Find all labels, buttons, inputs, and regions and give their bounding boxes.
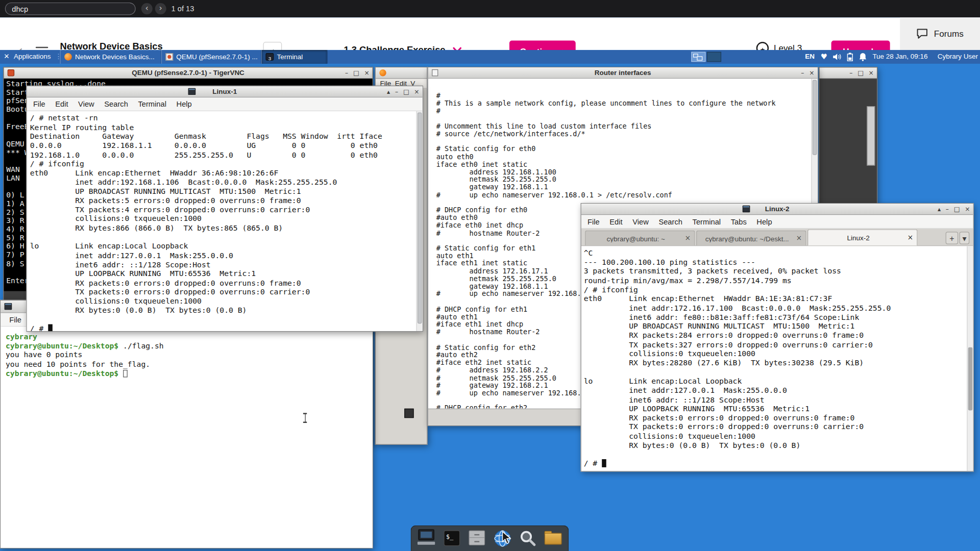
- maximize-button[interactable]: □: [954, 206, 960, 212]
- minimize-button[interactable]: –: [395, 88, 398, 95]
- menu-terminal[interactable]: Terminal: [138, 99, 166, 108]
- close-button[interactable]: ×: [809, 69, 814, 76]
- chat-icon: [916, 28, 928, 39]
- forums-button[interactable]: Forums: [900, 17, 980, 50]
- bell-icon[interactable]: [859, 53, 867, 61]
- menu-file[interactable]: File: [587, 217, 600, 226]
- menu-edit[interactable]: Edit: [55, 99, 68, 108]
- clock: Tue 28 Jan, 09:16: [872, 53, 927, 60]
- linux2-terminal-content[interactable]: ^C --- 100.200.100.10 ping statistics --…: [581, 246, 973, 471]
- linux1-terminal-content[interactable]: / # netstat -rn Kernel IP routing table …: [27, 111, 423, 331]
- tab-linux2[interactable]: Linux-2 ×: [807, 229, 918, 245]
- terminal-cursor: [48, 324, 53, 331]
- tab-list-dropdown[interactable]: ▾: [960, 232, 970, 244]
- maximize-button[interactable]: □: [857, 69, 864, 76]
- taskbar-window-qemu[interactable]: QEMU (pfSense2.7.0-1) ...: [161, 50, 261, 64]
- linux2-scrollbar[interactable]: [967, 246, 973, 471]
- terminal-line: you need 10 points for the_flag.: [1, 360, 373, 369]
- scrollbar-thumb[interactable]: [418, 112, 422, 323]
- workspace-1[interactable]: [691, 52, 705, 62]
- close-button[interactable]: ×: [364, 69, 369, 76]
- fragment-titlebar[interactable]: – □ ×: [819, 67, 877, 79]
- linux1-titlebar[interactable]: Linux-1 ▴ – □ ×: [27, 86, 423, 97]
- window-title: Linux-1: [27, 86, 423, 97]
- minimize-button[interactable]: –: [801, 69, 804, 76]
- terminal-cursor: [602, 459, 606, 467]
- language-indicator[interactable]: EN: [805, 53, 815, 60]
- dock-icon-shell-prompt[interactable]: $_: [442, 527, 461, 549]
- linux1-terminal-text: / # netstat -rn Kernel IP routing table …: [27, 111, 423, 331]
- taskbar-window-terminal[interactable]: 3 Terminal: [261, 50, 328, 64]
- menu-help[interactable]: Help: [756, 217, 772, 226]
- close-button[interactable]: ×: [965, 206, 970, 212]
- search-pill[interactable]: [5, 3, 136, 15]
- close-icon[interactable]: ×: [908, 234, 913, 242]
- qemu-vnc-titlebar[interactable]: QEMU (pfSense2.7.0-1) - TigerVNC – □ ×: [4, 67, 372, 79]
- tab-cybrary-desktop[interactable]: cybrary@ubuntu: ~/Deskt... ×: [696, 231, 806, 245]
- terminal-icon: [743, 206, 750, 212]
- menu-edit[interactable]: Edit: [609, 217, 622, 226]
- menu-view[interactable]: View: [632, 217, 649, 226]
- search-input[interactable]: [6, 4, 135, 15]
- close-icon[interactable]: ×: [796, 234, 802, 242]
- fragment-scrollbar[interactable]: [867, 106, 875, 165]
- mouse-cursor: [502, 531, 512, 545]
- dock: $_: [410, 525, 569, 551]
- terminal-icon: 3: [265, 53, 274, 61]
- firefox-icon: [64, 53, 72, 61]
- menu-help[interactable]: Help: [177, 99, 192, 108]
- browser-topbar: ‹ › 1 of 13: [0, 0, 980, 17]
- linux2-window[interactable]: Linux-2 ▴ – □ × File Edit View Search Te…: [581, 203, 974, 472]
- dock-icon-magnifier[interactable]: [518, 527, 538, 549]
- router-titlebar[interactable]: Router interfaces – ×: [428, 67, 818, 79]
- maximize-button[interactable]: □: [353, 69, 359, 76]
- terminal-count-badge: 3: [268, 56, 271, 61]
- shade-button[interactable]: ▴: [938, 206, 941, 212]
- menu-tabs[interactable]: Tabs: [731, 217, 747, 226]
- heart-icon[interactable]: ♥: [821, 53, 827, 61]
- text-cursor: [302, 413, 308, 423]
- host-terminal-window[interactable]: File cybrary cybrary@ubuntu:~/Desktop$ .…: [0, 300, 373, 548]
- host-terminal-content[interactable]: cybrary cybrary@ubuntu:~/Desktop$ ./flag…: [1, 327, 373, 547]
- battery-icon[interactable]: [847, 53, 853, 61]
- linux1-window[interactable]: Linux-1 ▴ – □ × File Edit View Search Te…: [26, 86, 423, 332]
- dock-icon-file-manager[interactable]: [544, 527, 564, 549]
- window-title: QEMU (pfSense2.7.0-1) - TigerVNC: [4, 67, 372, 79]
- linux1-scrollbar[interactable]: [416, 111, 423, 331]
- menu-file[interactable]: File: [9, 315, 21, 324]
- tab-cybrary-home[interactable]: cybrary@ubuntu: ~ ×: [585, 231, 695, 245]
- menu-search[interactable]: Search: [104, 99, 128, 108]
- terminal-cursor: [123, 370, 128, 378]
- workspace-2[interactable]: [707, 52, 721, 62]
- menu-view[interactable]: View: [78, 99, 94, 108]
- maximize-button[interactable]: □: [403, 88, 409, 95]
- menu-search[interactable]: Search: [658, 217, 682, 226]
- scrollbar-thumb[interactable]: [968, 347, 973, 410]
- forums-label: Forums: [934, 29, 964, 39]
- new-tab-button[interactable]: +: [946, 232, 958, 244]
- menu-terminal[interactable]: Terminal: [693, 217, 721, 226]
- linux2-titlebar[interactable]: Linux-2 ▴ – □ ×: [581, 204, 973, 215]
- minimize-button[interactable]: –: [849, 69, 852, 76]
- speaker-icon[interactable]: [832, 53, 841, 61]
- close-icon[interactable]: ×: [685, 234, 691, 242]
- linux1-menubar: File Edit View Search Terminal Help: [27, 97, 423, 111]
- dock-icon-file-archive[interactable]: [467, 527, 487, 549]
- close-button[interactable]: ×: [869, 69, 874, 76]
- menu-file[interactable]: File: [33, 99, 45, 108]
- scrollbar-thumb[interactable]: [813, 80, 817, 155]
- minimize-button[interactable]: –: [345, 69, 348, 76]
- dock-icon-terminal-display[interactable]: [416, 527, 436, 549]
- close-button[interactable]: ×: [414, 88, 419, 95]
- window-title: Router interfaces: [428, 67, 818, 79]
- window-title: Linux-2: [581, 204, 973, 215]
- ui-fragment-square: [404, 409, 413, 418]
- prev-result-button[interactable]: ‹: [141, 3, 153, 14]
- next-result-button[interactable]: ›: [155, 3, 166, 14]
- taskbar-window-firefox[interactable]: Network Devices Basics...: [60, 50, 161, 64]
- editor-titlebar[interactable]: [376, 67, 427, 79]
- shade-button[interactable]: ▴: [387, 88, 390, 95]
- minimize-button[interactable]: –: [946, 206, 949, 212]
- applications-menu[interactable]: Applications: [14, 53, 51, 60]
- terminal-icon: [5, 303, 12, 310]
